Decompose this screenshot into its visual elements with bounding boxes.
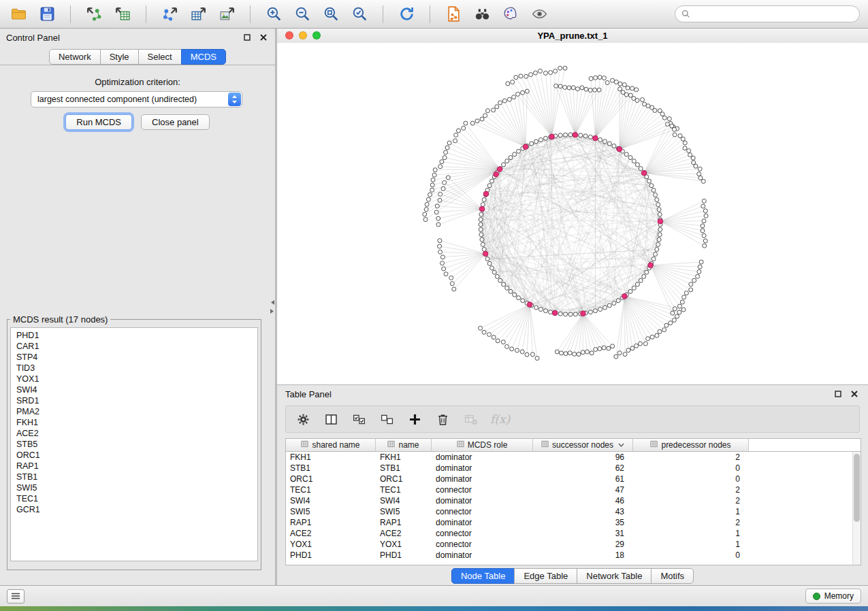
table-row[interactable]: RAP1RAP1dominator352 (286, 517, 853, 528)
tab-style[interactable]: Style (100, 49, 139, 65)
close-icon (851, 391, 858, 397)
tab-node-table[interactable]: Node Table (451, 568, 515, 584)
select-all-button[interactable] (351, 410, 367, 428)
save-session-button[interactable] (37, 4, 57, 24)
close-panel-button[interactable] (258, 32, 269, 43)
import-network-from-file-button[interactable] (84, 4, 104, 24)
column-grid-icon (301, 440, 308, 450)
apply-style-button[interactable] (500, 4, 521, 24)
float-panel-button[interactable] (242, 32, 253, 43)
table-scrollbar[interactable] (852, 452, 861, 565)
table-row[interactable]: TEC1TEC1connector472 (286, 484, 853, 495)
table-row[interactable]: ORC1ORC1dominator610 (286, 474, 853, 484)
tab-mcds[interactable]: MCDS (181, 49, 226, 65)
column-header-successor-nodes[interactable]: successor nodes (533, 439, 633, 452)
mcds-result-item[interactable]: FKH1 (16, 417, 252, 428)
close-mcds-panel-button[interactable]: Close panel (141, 114, 210, 130)
mcds-result-item[interactable]: CAR1 (16, 341, 252, 352)
column-header-MCDS-role[interactable]: MCDS role (432, 439, 533, 452)
zoom-in-button[interactable] (263, 4, 284, 24)
column-header-predecessor-nodes[interactable]: predecessor nodes (633, 439, 749, 452)
tab-edge-table[interactable]: Edge Table (514, 568, 577, 584)
import-table-icon (114, 5, 131, 22)
zoom-selected-button[interactable] (349, 4, 370, 24)
table-settings-button[interactable] (295, 410, 311, 428)
mcds-result-item[interactable]: SWI4 (16, 384, 252, 395)
table-row[interactable]: PHD1PHD1dominator180 (286, 550, 853, 561)
mcds-result-item[interactable]: PMA2 (16, 406, 252, 417)
tab-network-table[interactable]: Network Table (577, 568, 652, 584)
cell-successor-nodes: 29 (533, 539, 633, 550)
cell-MCDS-role: dominator (432, 463, 533, 474)
mcds-result-item[interactable]: GCR1 (16, 504, 252, 515)
memory-button[interactable]: Memory (805, 589, 861, 604)
cell-MCDS-role: connector (432, 506, 533, 517)
add-column-button[interactable] (406, 410, 423, 428)
refresh-layout-button[interactable] (396, 4, 417, 24)
tab-network[interactable]: Network (49, 49, 101, 65)
mcds-result-item[interactable]: RAP1 (16, 461, 252, 472)
scrollbar-thumb[interactable] (854, 454, 860, 522)
mcds-result-item[interactable]: STB1 (16, 472, 252, 482)
table-row[interactable]: YOX1YOX1connector291 (286, 539, 853, 550)
mcds-result-item[interactable]: SRD1 (16, 395, 252, 406)
import-network-icon (86, 5, 103, 22)
export-image-button[interactable] (216, 4, 237, 24)
find-button[interactable] (472, 4, 492, 24)
export-table-button[interactable] (188, 4, 208, 24)
mcds-result-item[interactable]: PHD1 (16, 330, 252, 341)
mcds-result-item[interactable]: SWI5 (16, 482, 252, 493)
close-icon (260, 34, 267, 41)
mcds-result-item[interactable]: TID3 (16, 363, 252, 374)
mcds-result-item[interactable]: ORC1 (16, 450, 252, 461)
function-icon: f(x) (490, 412, 510, 426)
float-table-panel-button[interactable] (833, 389, 843, 399)
table-row[interactable]: SWI4SWI4dominator462 (286, 495, 853, 506)
open-session-button[interactable] (8, 4, 29, 24)
delete-columns-button[interactable] (434, 410, 451, 428)
zoom-out-button[interactable] (292, 4, 312, 24)
check-all-icon (352, 412, 366, 427)
column-header-shared-name[interactable]: shared name (286, 439, 376, 452)
network-canvas[interactable] (277, 43, 868, 384)
splitter-handle-icon[interactable] (270, 299, 275, 314)
mcds-result-item[interactable]: STB5 (16, 439, 252, 450)
header-filler (749, 439, 861, 452)
cell-predecessor-nodes: 2 (633, 495, 749, 506)
table-header-row: shared namenameMCDS rolesuccessor nodesp… (286, 439, 861, 452)
show-hide-graphics-button[interactable] (529, 4, 549, 24)
export-network-button[interactable] (159, 4, 180, 24)
status-menu-button[interactable] (7, 589, 25, 604)
close-table-panel-button[interactable] (849, 389, 860, 399)
application-window: Control Panel NetworkStyleSelectMCDS Opt… (0, 0, 868, 611)
column-header-name[interactable]: name (376, 439, 432, 452)
mcds-result-item[interactable]: YOX1 (16, 374, 252, 384)
import-table-from-file-button[interactable] (112, 4, 133, 24)
function-builder-button[interactable]: f(x) (490, 410, 510, 428)
zoom-fit-content-button[interactable] (321, 4, 341, 24)
cell-shared-name: PHD1 (286, 550, 376, 561)
network-from-document-button[interactable] (443, 4, 464, 24)
mcds-result-item[interactable]: STP4 (16, 352, 252, 363)
mcds-result-list[interactable]: PHD1CAR1STP4TID3YOX1SWI4SRD1PMA2FKH1ACE2… (10, 327, 258, 561)
deselect-all-button[interactable] (379, 410, 395, 428)
window-zoom-button[interactable] (312, 31, 321, 39)
tab-select[interactable]: Select (138, 49, 182, 65)
tab-motifs[interactable]: Motifs (651, 568, 694, 584)
table-row[interactable]: STB1STB1dominator620 (286, 463, 853, 474)
mcds-result-item[interactable]: ACE2 (16, 428, 252, 439)
search-input[interactable] (694, 9, 853, 20)
import-table-button[interactable] (462, 410, 479, 428)
show-columns-button[interactable] (323, 410, 339, 428)
mcds-result-item[interactable]: TEC1 (16, 493, 252, 504)
cell-MCDS-role: dominator (432, 517, 533, 528)
run-mcds-button[interactable]: Run MCDS (65, 114, 132, 130)
window-close-button[interactable] (285, 31, 293, 39)
cell-shared-name: STB1 (286, 463, 376, 474)
optimization-criterion-select[interactable]: largest connected component (undirected) (31, 91, 242, 108)
search-box[interactable] (675, 5, 860, 22)
table-row[interactable]: SWI5SWI5connector431 (286, 506, 853, 517)
window-minimize-button[interactable] (299, 31, 307, 39)
table-row[interactable]: ACE2ACE2connector311 (286, 528, 853, 539)
table-row[interactable]: FKH1FKH1dominator962 (286, 452, 853, 463)
